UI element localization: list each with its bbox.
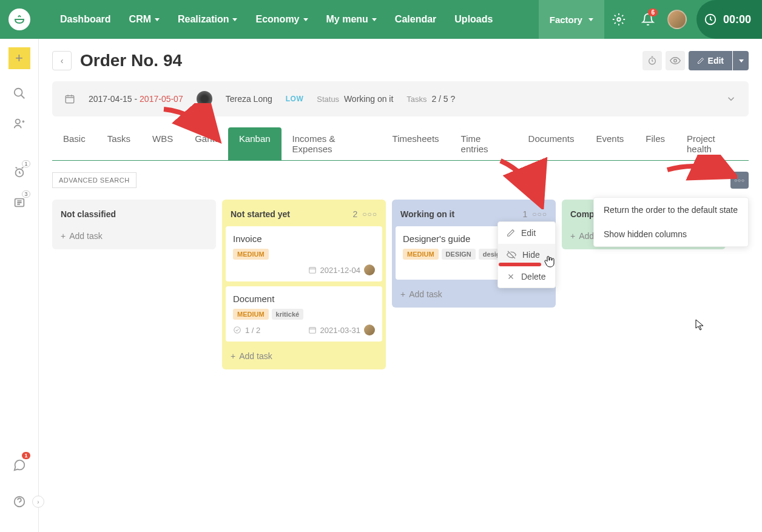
card-title: Invoice xyxy=(233,234,375,244)
nav-realization[interactable]: Realization xyxy=(169,0,246,39)
column-title: Working on it xyxy=(400,209,454,219)
notifications-icon[interactable]: 6 xyxy=(633,0,663,39)
timer-button[interactable] xyxy=(642,51,662,70)
tab-documents[interactable]: Documents xyxy=(518,127,585,160)
chevron-down-icon xyxy=(232,18,237,21)
timer-widget[interactable]: 00:00 xyxy=(696,0,762,39)
main-content: ‹ Order No. 94 Edit 2017-04-15 - 2017-05… xyxy=(39,39,762,532)
column-not-started-yet: Not started yet2○○○InvoiceMEDIUM2021-12-… xyxy=(222,200,386,369)
chat-icon[interactable]: 1 xyxy=(7,453,32,477)
left-sidebar: + 1 3 1 › xyxy=(0,39,39,532)
date-range: 2017-04-15 - 2017-05-07 xyxy=(89,94,183,104)
priority-badge: LOW xyxy=(286,95,304,103)
tab-basic[interactable]: Basic xyxy=(52,127,96,160)
edit-button[interactable]: Edit xyxy=(689,51,732,70)
nav-crm[interactable]: CRM xyxy=(120,0,169,39)
list-icon[interactable]: 3 xyxy=(7,190,32,215)
svg-point-0 xyxy=(617,18,621,21)
tab-files[interactable]: Files xyxy=(635,127,676,160)
board-settings-button[interactable]: ○○○ xyxy=(730,172,749,189)
edit-dropdown[interactable] xyxy=(733,51,749,70)
chevron-down-icon xyxy=(303,18,308,21)
nav-economy[interactable]: Economy xyxy=(246,0,317,39)
card-progress: 1 / 2 xyxy=(245,326,260,335)
assignee-name: Tereza Long xyxy=(226,94,272,104)
tasks-field: Tasks 2 / 5 ? xyxy=(406,94,455,104)
chevron-down-icon xyxy=(155,18,160,21)
add-button[interactable]: + xyxy=(8,47,30,69)
top-nav: DashboardCRMRealizationEconomyMy menuCal… xyxy=(0,0,762,39)
advanced-search-button[interactable]: ADVANCED SEARCH xyxy=(52,172,137,188)
kanban-card[interactable]: DocumentMEDIUMkritické1 / 22021-03-31 xyxy=(226,286,382,342)
column-edit-item[interactable]: Edit xyxy=(498,222,555,244)
plus-icon: + xyxy=(400,289,405,299)
chevron-down-icon xyxy=(588,18,593,21)
notification-badge: 6 xyxy=(648,8,658,16)
tab-project-health[interactable]: Project health xyxy=(676,127,749,160)
nav-uploads[interactable]: Uploads xyxy=(445,0,502,39)
column-context-menu: Edit Hide Delete xyxy=(497,221,556,288)
column-title: Not started yet xyxy=(231,209,290,219)
tab-events[interactable]: Events xyxy=(585,127,635,160)
kanban-card[interactable]: InvoiceMEDIUM2021-12-04 xyxy=(226,226,382,281)
chevron-down-icon xyxy=(372,18,377,21)
card-avatar xyxy=(364,325,375,335)
plus-icon: + xyxy=(61,231,66,241)
tab-incomes-expenses[interactable]: Incomes & Expenses xyxy=(282,127,382,160)
tag-design: DESIGN xyxy=(442,249,476,260)
alarm-icon[interactable]: 1 xyxy=(7,160,32,184)
card-avatar xyxy=(364,264,375,275)
add-user-icon[interactable] xyxy=(7,112,32,136)
page-title: Order No. 94 xyxy=(80,51,182,70)
assignee-avatar xyxy=(197,91,212,107)
help-icon[interactable] xyxy=(7,490,32,514)
tab-time-entries[interactable]: Time entries xyxy=(450,127,518,160)
tab-gantt[interactable]: Gantt xyxy=(184,127,228,160)
nav-dashboard[interactable]: Dashboard xyxy=(51,0,120,39)
board-settings-menu: Return the order to the default state Sh… xyxy=(593,197,749,247)
reset-board-item[interactable]: Return the order to the default state xyxy=(594,198,748,222)
calendar-icon xyxy=(308,326,317,334)
calendar-icon xyxy=(64,93,75,104)
column-title: Not classified xyxy=(61,209,116,219)
card-date: 2021-12-04 xyxy=(320,266,361,275)
nav-calendar[interactable]: Calendar xyxy=(386,0,445,39)
column-more-icon[interactable]: ○○○ xyxy=(362,210,377,218)
card-date: 2021-03-31 xyxy=(320,326,361,335)
card-title: Document xyxy=(233,294,375,304)
back-button[interactable]: ‹ xyxy=(52,51,72,70)
tab-wbs[interactable]: WBS xyxy=(141,127,184,160)
svg-rect-12 xyxy=(309,328,315,333)
user-avatar[interactable] xyxy=(663,0,692,39)
settings-icon[interactable] xyxy=(604,0,633,39)
svg-rect-10 xyxy=(309,268,315,273)
plus-icon: + xyxy=(231,351,235,361)
column-hide-item[interactable]: Hide xyxy=(498,244,555,266)
tag-kritické: kritické xyxy=(272,309,304,320)
tag-medium: MEDIUM xyxy=(233,249,269,260)
factory-selector[interactable]: Factory xyxy=(539,0,604,39)
progress-icon xyxy=(233,326,241,334)
svg-point-11 xyxy=(234,327,241,334)
tag-medium: MEDIUM xyxy=(233,309,269,320)
app-logo[interactable] xyxy=(0,0,39,39)
tabs: BasicTasksWBSGanttKanbanIncomes & Expens… xyxy=(52,127,749,161)
nav-my-menu[interactable]: My menu xyxy=(317,0,386,39)
column-more-icon[interactable]: ○○○ xyxy=(532,210,547,218)
tab-tasks[interactable]: Tasks xyxy=(96,127,141,160)
show-hidden-columns-item[interactable]: Show hidden columns xyxy=(594,222,748,246)
column-not-classified: Not classified+Add task xyxy=(52,200,216,249)
svg-rect-9 xyxy=(66,96,74,103)
column-delete-item[interactable]: Delete xyxy=(498,266,555,288)
toolbar: ADVANCED SEARCH ○○○ Return the order to … xyxy=(52,172,749,189)
svg-point-2 xyxy=(14,89,22,96)
watch-button[interactable] xyxy=(666,51,685,70)
add-task-button[interactable]: +Add task xyxy=(226,346,382,366)
tab-timesheets[interactable]: Timesheets xyxy=(382,127,450,160)
tab-kanban[interactable]: Kanban xyxy=(228,127,282,160)
search-icon[interactable] xyxy=(7,81,32,106)
svg-point-3 xyxy=(15,120,19,124)
plus-icon: + xyxy=(570,231,575,241)
expand-info-button[interactable] xyxy=(726,93,737,104)
add-task-button[interactable]: +Add task xyxy=(56,226,212,246)
